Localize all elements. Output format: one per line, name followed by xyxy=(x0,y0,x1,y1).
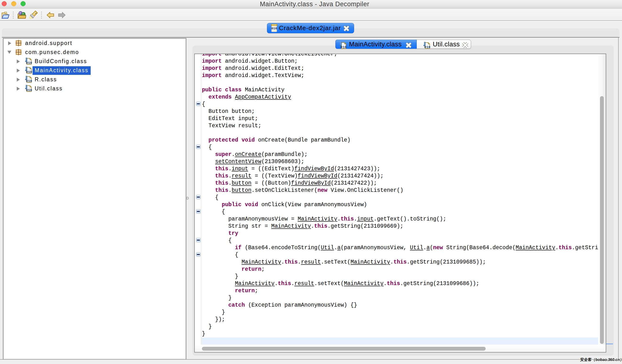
svg-text:010: 010 xyxy=(26,61,32,65)
svg-text:010: 010 xyxy=(341,45,347,49)
svg-text:010: 010 xyxy=(26,79,32,83)
svg-text:010: 010 xyxy=(26,89,32,92)
svg-text:010: 010 xyxy=(26,70,32,74)
svg-text:010: 010 xyxy=(424,45,431,49)
svg-text:010: 010 xyxy=(271,27,277,30)
